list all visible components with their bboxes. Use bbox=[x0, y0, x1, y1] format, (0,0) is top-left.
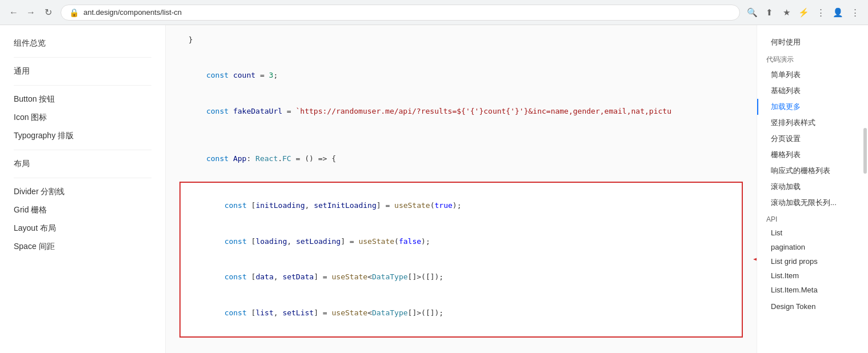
right-section-api-title: API bbox=[757, 213, 868, 226]
code-highlighted-line-2: const [loading, setLoading] = useState(f… bbox=[189, 224, 734, 259]
profile-icon[interactable]: 👤 bbox=[831, 6, 844, 19]
left-sidebar: 组件总览 通用 Button 按钮 Icon 图标 Typography 排版 … bbox=[0, 25, 166, 353]
right-item-pagination[interactable]: 分页设置 bbox=[757, 131, 868, 147]
right-item-pagination-api[interactable]: pagination bbox=[757, 240, 868, 254]
address-bar[interactable]: 🔒 ant.design/components/list-cn bbox=[61, 5, 740, 21]
right-section-design-token: Design Token bbox=[757, 299, 868, 314]
sidebar-item-button[interactable]: Button 按钮 bbox=[0, 90, 165, 109]
sidebar-item-overview[interactable]: 组件总览 bbox=[0, 34, 165, 53]
sidebar-label: Typography 排版 bbox=[14, 131, 74, 141]
sidebar-item-layout2[interactable]: Layout 布局 bbox=[0, 219, 165, 238]
more-icon[interactable]: ⋮ bbox=[849, 6, 861, 19]
sidebar-label: Button 按钮 bbox=[14, 94, 55, 105]
scrollbar-thumb[interactable] bbox=[863, 128, 867, 174]
sidebar-item-divider[interactable]: Divider 分割线 bbox=[0, 183, 165, 201]
menu-icon[interactable]: ⋮ bbox=[814, 6, 827, 19]
right-item-basic-list[interactable]: 基础列表 bbox=[757, 83, 868, 99]
browser-actions: 🔍 ⬆ ★ ⚡ ⋮ 👤 ⋮ bbox=[746, 6, 861, 19]
right-section-demo: 代码演示 简单列表 基础列表 加载更多 竖排列表样式 分页设置 栅格列表 响应式… bbox=[757, 53, 868, 211]
highlighted-code-block: const [initLoading, setInitLoading] = us… bbox=[179, 182, 743, 338]
right-section-api: API List pagination List grid props List… bbox=[757, 213, 868, 297]
forward-button[interactable]: → bbox=[24, 6, 38, 19]
sidebar-label: Grid 栅格 bbox=[14, 205, 47, 215]
code-highlighted-line-1: const [initLoading, setInitLoading] = us… bbox=[189, 188, 734, 224]
code-highlighted-line-3: const [data, setData] = useState<DataTyp… bbox=[189, 259, 734, 295]
bookmark-icon[interactable]: ★ bbox=[780, 6, 793, 19]
sidebar-divider-2 bbox=[14, 85, 151, 86]
code-line-fakeurl: const fakeDataUrl = `https://randomuser.… bbox=[179, 94, 743, 129]
nav-icons: ← → ↻ bbox=[7, 6, 55, 19]
sidebar-item-general[interactable]: 通用 bbox=[0, 62, 165, 81]
sidebar-label: Layout 布局 bbox=[14, 223, 56, 234]
code-line-app-decl: const App: React.FC = () => { bbox=[179, 141, 743, 176]
sidebar-item-space[interactable]: Space 间距 bbox=[0, 238, 165, 256]
right-item-design-token[interactable]: Design Token bbox=[757, 299, 868, 314]
right-section-when: 何时使用 bbox=[757, 34, 868, 50]
code-highlighted-line-4: const [list, setList] = useState<DataTyp… bbox=[189, 295, 734, 331]
sidebar-divider-3 bbox=[14, 150, 151, 150]
right-item-vertical-list[interactable]: 竖排列表样式 bbox=[757, 115, 868, 131]
right-item-load-more[interactable]: 加载更多 bbox=[757, 99, 868, 115]
reload-button[interactable]: ↻ bbox=[41, 6, 55, 19]
sidebar-label: 布局 bbox=[14, 159, 30, 169]
code-line-closing-brace: } bbox=[179, 34, 743, 46]
browser-bar: ← → ↻ 🔒 ant.design/components/list-cn 🔍 … bbox=[0, 0, 868, 25]
sidebar-divider-1 bbox=[14, 57, 151, 58]
sidebar-label: Divider 分割线 bbox=[14, 187, 65, 197]
right-section-demo-title: 代码演示 bbox=[757, 53, 868, 67]
right-item-grid-list[interactable]: 栅格列表 bbox=[757, 147, 868, 163]
main-layout: 组件总览 通用 Button 按钮 Icon 图标 Typography 排版 … bbox=[0, 25, 868, 353]
right-item-scroll-load[interactable]: 滚动加载 bbox=[757, 179, 868, 195]
sidebar-item-grid[interactable]: Grid 栅格 bbox=[0, 201, 165, 219]
right-sidebar: 何时使用 代码演示 简单列表 基础列表 加载更多 竖排列表样式 分页设置 栅格列… bbox=[757, 25, 868, 353]
sidebar-label: Icon 图标 bbox=[14, 113, 47, 123]
right-item-when[interactable]: 何时使用 bbox=[757, 34, 868, 50]
sidebar-divider-4 bbox=[14, 178, 151, 178]
right-item-list-item-meta[interactable]: List.Item.Meta bbox=[757, 283, 868, 297]
right-item-simple-list[interactable]: 简单列表 bbox=[757, 67, 868, 83]
code-area[interactable]: } const count = 3; const fakeDataUrl = `… bbox=[166, 25, 757, 353]
sidebar-overview-label: 组件总览 bbox=[14, 38, 46, 49]
sidebar-item-icon[interactable]: Icon 图标 bbox=[0, 109, 165, 127]
search-icon[interactable]: 🔍 bbox=[746, 6, 758, 19]
sidebar-label: Space 间距 bbox=[14, 242, 55, 252]
share-icon[interactable]: ⬆ bbox=[763, 6, 775, 19]
right-item-list-item[interactable]: List.Item bbox=[757, 268, 868, 283]
lock-icon: 🔒 bbox=[69, 8, 79, 17]
right-item-scroll-infinite[interactable]: 滚动加载无限长列... bbox=[757, 195, 868, 211]
code-line-count: const count = 3; bbox=[179, 58, 743, 94]
right-item-list-grid-props[interactable]: List grid props bbox=[757, 254, 868, 268]
back-button[interactable]: ← bbox=[7, 6, 21, 19]
sidebar-item-typography[interactable]: Typography 排版 bbox=[0, 127, 165, 145]
url-text: ant.design/components/list-cn bbox=[83, 8, 731, 17]
right-item-responsive-grid[interactable]: 响应式的栅格列表 bbox=[757, 163, 868, 179]
sidebar-label: 通用 bbox=[14, 66, 30, 77]
right-item-list[interactable]: List bbox=[757, 226, 868, 240]
extension-icon[interactable]: ⚡ bbox=[797, 6, 810, 19]
sidebar-item-layout[interactable]: 布局 bbox=[0, 155, 165, 173]
